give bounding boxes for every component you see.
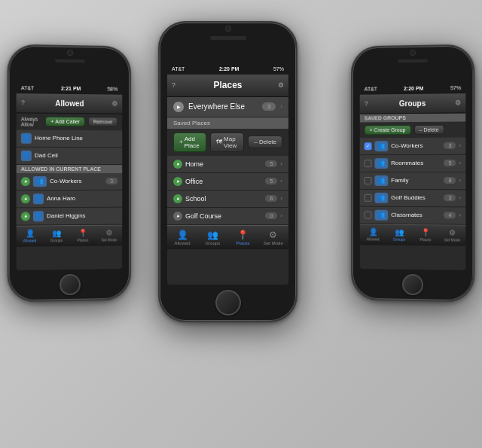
add-place-btn[interactable]: + Add Place <box>173 133 206 152</box>
tab-places-left[interactable]: 📍 Places <box>70 227 96 244</box>
chevron-rm: › <box>459 160 462 166</box>
tab-label-groups-center: Groups <box>206 241 221 245</box>
delete-places-label: Delete <box>259 139 276 145</box>
list-row-home-phone[interactable]: 👤 Home Phone Line <box>17 130 122 148</box>
family-text: Family <box>391 177 441 184</box>
question-icon-center[interactable]: ? <box>172 81 175 89</box>
delete-group-btn[interactable]: – Delete <box>414 125 444 135</box>
map-view-btn[interactable]: 🗺 Map View <box>210 133 244 152</box>
tab-allowed-left[interactable]: 👤 Allowed <box>17 228 44 245</box>
delete-group-label: Delete <box>423 127 438 133</box>
chevron-office: › <box>280 178 282 184</box>
places-toolbar: + Add Place 🗺 Map View – Delete <box>167 129 288 156</box>
list-row-dad-cell[interactable]: 👤 Dad Cell <box>17 148 122 165</box>
chevron-fam: › <box>459 177 462 184</box>
coworkers-right-text: Co-Workers <box>391 142 441 149</box>
list-row-school[interactable]: School 6 › <box>167 190 288 208</box>
tab-icon-places-left: 📍 <box>78 229 87 237</box>
list-row-coworkers[interactable]: 👥 Co-Workers 3 <box>17 173 122 190</box>
nav-title-center: Places <box>213 80 242 90</box>
home-button-right[interactable] <box>402 274 423 295</box>
tab-groups-left[interactable]: 👥 Groups <box>43 227 69 244</box>
group-icon-cw: 👥 <box>374 141 388 151</box>
settings-icon-left[interactable]: ⚙ <box>111 100 117 108</box>
tab-allowed-center[interactable]: 👤 Allowed <box>167 228 197 247</box>
minus-icon-place: – <box>254 139 257 145</box>
loc-icon-golf <box>173 212 182 221</box>
checkbox-coworkers[interactable] <box>365 142 372 150</box>
tab-label-setmode-center: Set Mode <box>264 241 283 245</box>
list-row-golf-buddies[interactable]: 👥 Golf Buddies 3 › <box>360 190 465 208</box>
question-icon-right[interactable]: ? <box>365 100 368 108</box>
chevron-home: › <box>280 160 282 167</box>
tab-setmode-left[interactable]: ⚙ Set Mode <box>96 227 122 244</box>
checkbox-family[interactable] <box>365 177 372 184</box>
tab-label-allowed-center: Allowed <box>175 241 191 245</box>
remove-btn[interactable]: Remove <box>88 117 118 127</box>
always-allow-toolbar: Always Allow + Add Caller Remove <box>17 113 122 130</box>
list-row-anna[interactable]: 👤 Anna Haro <box>17 190 122 209</box>
speaker-left <box>55 59 85 63</box>
tab-groups-center[interactable]: 👥 Groups <box>197 228 227 247</box>
map-icon: 🗺 <box>216 139 222 145</box>
golf-buddies-text: Golf Buddies <box>391 194 441 201</box>
tab-groups-right[interactable]: 👥 Groups <box>386 227 413 243</box>
tab-label-allowed-left: Allowed <box>23 239 37 243</box>
list-row-golf[interactable]: Golf Course 0 › <box>167 208 288 225</box>
coworkers-text: Co-Workers <box>50 178 103 184</box>
loc-icon-anna <box>21 194 30 203</box>
question-icon-left[interactable]: ? <box>21 99 25 107</box>
everywhere-else-row[interactable]: Everywhere Else 3 › <box>167 97 288 117</box>
delete-places-btn[interactable]: – Delete <box>248 136 282 148</box>
iphone-right: AT&T 2:20 PM 57% ? Groups ⚙ Saved Groups… <box>351 44 474 302</box>
screen-right: AT&T 2:20 PM 57% ? Groups ⚙ Saved Groups… <box>360 83 465 270</box>
chevron-golf-b: › <box>459 195 462 202</box>
time-center: 2:20 PM <box>219 66 239 72</box>
group-icon-fam: 👥 <box>374 175 388 186</box>
list-row-home[interactable]: Home 5 › <box>167 156 288 173</box>
list-row-daniel[interactable]: 👤 Daniel Higgins <box>17 208 122 226</box>
coworkers-right-badge: 3 <box>444 142 456 149</box>
minus-icon-group: – <box>419 127 422 133</box>
golf-buddies-badge: 3 <box>444 195 456 202</box>
plus-icon-add: + <box>50 119 53 124</box>
tab-allowed-right[interactable]: 👤 Allowed <box>360 227 386 243</box>
create-group-btn[interactable]: + Create Group <box>365 125 411 135</box>
tab-label-groups-right: Groups <box>393 237 405 242</box>
time-right: 2:20 PM <box>404 86 423 91</box>
camera-left <box>67 50 73 56</box>
loc-icon-home <box>173 160 182 169</box>
tab-bar-left: 👤 Allowed 👥 Groups 📍 Places ⚙ Set Mode <box>17 224 122 246</box>
checkbox-roommates[interactable] <box>365 160 372 167</box>
list-row-family[interactable]: 👥 Family 8 › <box>360 172 465 190</box>
settings-icon-center[interactable]: ⚙ <box>278 81 284 89</box>
list-row-classmates[interactable]: 👥 Classmates 4 › <box>360 207 465 225</box>
tab-icon-setmode-left: ⚙ <box>105 229 112 237</box>
chevron-school: › <box>280 195 282 202</box>
loc-icon-daniel <box>21 212 30 221</box>
checkbox-golf[interactable] <box>365 194 372 202</box>
office-badge: 5 <box>265 178 277 184</box>
tab-setmode-right[interactable]: ⚙ Set Mode <box>439 227 466 244</box>
list-row-office[interactable]: Office 5 › <box>167 173 288 190</box>
add-place-label: Add Place <box>185 136 200 149</box>
settings-icon-right[interactable]: ⚙ <box>455 99 461 107</box>
classmates-badge: 4 <box>444 212 456 219</box>
home-button-left[interactable] <box>59 274 81 295</box>
person-icon-anna: 👤 <box>33 194 44 204</box>
groups-toolbar: + Create Group – Delete <box>360 121 465 138</box>
list-row-coworkers-right[interactable]: 👥 Co-Workers 3 › <box>360 138 465 156</box>
tab-label-places-left: Places <box>78 238 89 242</box>
tab-places-center[interactable]: 📍 Places <box>228 228 258 247</box>
tab-setmode-center[interactable]: ⚙ Set Mode <box>258 228 288 247</box>
tab-places-right[interactable]: 📍 Places <box>413 227 439 243</box>
add-caller-btn[interactable]: + Add Caller <box>45 117 85 126</box>
chevron-golf: › <box>280 212 282 219</box>
nav-bar-left: ? Allowed ⚙ <box>17 93 122 114</box>
iphone-center: AT&T 2:20 PM 57% ? Places ⚙ Everywhere E… <box>158 21 297 322</box>
checkbox-classmates[interactable] <box>365 212 372 219</box>
list-row-roommates[interactable]: 👥 Roommates 5 › <box>360 155 465 172</box>
tab-icon-groups-right: 👥 <box>395 228 404 236</box>
home-button-center[interactable] <box>215 290 241 315</box>
speaker-center <box>210 36 246 40</box>
